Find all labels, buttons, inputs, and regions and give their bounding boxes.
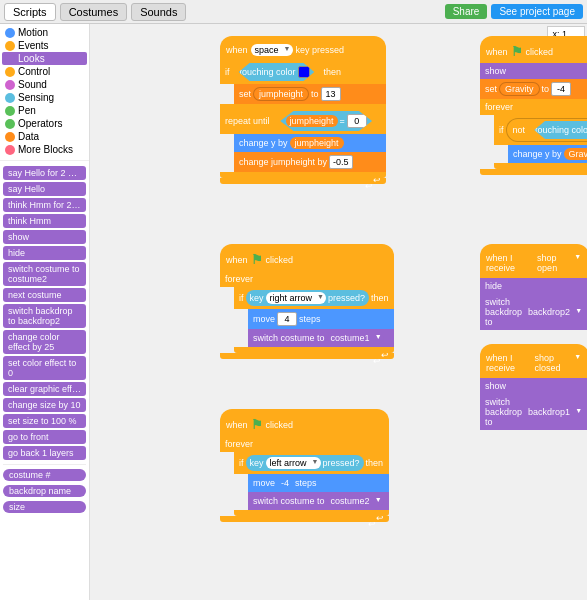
forever-arrow-3: ↩ (373, 356, 381, 366)
switch-cos-label-3: switch costume to (253, 333, 325, 343)
key-space-dropdown[interactable]: space (251, 44, 293, 56)
hide-block[interactable]: hide (480, 278, 587, 294)
cat-data[interactable]: Data (2, 130, 87, 143)
switch-backdrop1-block[interactable]: switch backdrop to backdrop1 (480, 394, 587, 430)
block-costume-num[interactable]: costume # (3, 469, 86, 481)
cat-control[interactable]: Control (2, 65, 87, 78)
if-not-touching-block[interactable]: if not touching color then (494, 115, 587, 145)
cat-looks[interactable]: Looks (2, 52, 87, 65)
block-list: say Hello for 2 secs say Hello think Hmm… (0, 163, 89, 518)
jumpheight-value[interactable]: 13 (321, 87, 341, 101)
category-section: Motion Events Looks Control Sound Sensin… (0, 24, 89, 158)
if-block-touching[interactable]: if touching color then (220, 60, 386, 84)
key-pressed-block-6[interactable]: key left arrow pressed? (246, 455, 364, 471)
if-right-arrow-block[interactable]: if key right arrow pressed? then (234, 287, 394, 309)
costume2-dropdown[interactable]: costume2 (327, 495, 384, 507)
show-block[interactable]: show (480, 63, 587, 79)
move-4-block[interactable]: move 4 steps (248, 309, 394, 329)
cat-events[interactable]: Events (2, 39, 87, 52)
block-set-size[interactable]: set size to 100 % (3, 414, 86, 428)
shop-open-dropdown[interactable]: shop open (533, 252, 583, 274)
zero-value[interactable]: 0 (347, 114, 367, 128)
block-change-size[interactable]: change size by 10 (3, 398, 86, 412)
receive-hat-open[interactable]: when I receive shop open (480, 244, 587, 278)
block-say-secs[interactable]: say Hello for 2 secs (3, 166, 86, 180)
cat-more-blocks[interactable]: More Blocks (2, 143, 87, 156)
change-y-block[interactable]: change y by jumpheight (234, 134, 386, 152)
block-clear-effects[interactable]: clear graphic effects (3, 382, 86, 396)
if-label-2: if (499, 125, 504, 135)
cat-sound[interactable]: Sound (2, 78, 87, 91)
forever-footer-3: ↩ (220, 353, 394, 359)
change-jumpheight-block[interactable]: change jumpheight by -0.5 (234, 152, 386, 172)
shop-closed-dropdown[interactable]: shop closed (531, 352, 583, 374)
block-show[interactable]: show (3, 230, 86, 244)
cat-pen[interactable]: Pen (2, 104, 87, 117)
cat-sensing[interactable]: Sensing (2, 91, 87, 104)
block-go-front[interactable]: go to front (3, 430, 86, 444)
receive-hat-closed[interactable]: when I receive shop closed (480, 344, 587, 378)
block-switch-costume[interactable]: switch costume to costume2 (3, 262, 86, 286)
block-go-back[interactable]: go back 1 layers (3, 446, 86, 460)
change-y-gravity-block[interactable]: change y by Gravity (508, 145, 587, 163)
when-label: when (226, 45, 248, 55)
forever-block-2[interactable]: forever (480, 99, 587, 115)
forever-block-3[interactable]: forever (220, 271, 394, 287)
key-right-dropdown[interactable]: right arrow (266, 292, 327, 304)
switch-costume2-block[interactable]: switch costume to costume2 (248, 492, 389, 510)
touching-color-block[interactable]: touching color (232, 63, 322, 81)
touching-color-2[interactable]: touching color (527, 121, 587, 139)
set-gravity-block[interactable]: set Gravity to -4 (480, 79, 587, 99)
see-project-button[interactable]: See project page (491, 4, 583, 19)
costume1-dropdown[interactable]: costume1 (327, 332, 384, 344)
move-neg4-value[interactable]: -4 (277, 477, 293, 489)
show-block-2[interactable]: show (480, 378, 587, 394)
backdrop1-dropdown[interactable]: backdrop1 (524, 406, 584, 418)
tab-sounds[interactable]: Sounds (131, 3, 186, 21)
event-hat-clicked-2[interactable]: when ⚑ clicked (480, 36, 587, 63)
block-say[interactable]: say Hello (3, 182, 86, 196)
cat-operators[interactable]: Operators (2, 117, 87, 130)
when-label-3: when (226, 255, 248, 265)
backdrop2-dropdown[interactable]: backdrop2 (524, 306, 584, 318)
color-swatch-1[interactable] (298, 66, 310, 78)
block-think[interactable]: think Hmm (3, 214, 86, 228)
then-label-3: then (371, 293, 389, 303)
clicked-label-2: clicked (526, 47, 554, 57)
tab-costumes[interactable]: Costumes (60, 3, 128, 21)
block-size[interactable]: size (3, 501, 86, 513)
switch-backdrop2-block[interactable]: switch backdrop to backdrop2 (480, 294, 587, 330)
event-hat-clicked-3[interactable]: when ⚑ clicked (220, 244, 394, 271)
share-button[interactable]: Share (445, 4, 488, 19)
move-neg4-block[interactable]: move -4 steps (248, 474, 389, 492)
jumpheight-equals-block[interactable]: jumpheight = 0 (272, 111, 381, 131)
cat-motion[interactable]: Motion (2, 26, 87, 39)
switch-costume1-block[interactable]: switch costume to costume1 (248, 329, 394, 347)
block-backdrop-name[interactable]: backdrop name (3, 485, 86, 497)
move-4-value[interactable]: 4 (277, 312, 297, 326)
block-switch-backdrop[interactable]: switch backdrop to backdrop2 (3, 304, 86, 328)
sidebar-divider (0, 160, 89, 161)
block-divider (3, 464, 86, 465)
set-jumpheight-block[interactable]: set jumpheight to 13 (234, 84, 386, 104)
block-think-secs[interactable]: think Hmm for 2 secs (3, 198, 86, 212)
not-block[interactable]: not touching color (506, 118, 588, 142)
repeat-until-block[interactable]: repeat until jumpheight = 0 (220, 108, 386, 134)
block-hide[interactable]: hide (3, 246, 86, 260)
change-y-grav-label: change y by (513, 149, 562, 159)
repeat-arrow: ↩ (373, 175, 381, 185)
tab-scripts[interactable]: Scripts (4, 3, 56, 21)
forever-block-6[interactable]: forever (220, 436, 389, 452)
key-left-dropdown[interactable]: left arrow (266, 457, 321, 469)
neg-half-value[interactable]: -0.5 (329, 155, 353, 169)
block-next-costume[interactable]: next costume (3, 288, 86, 302)
event-hat-space[interactable]: when space key pressed (220, 36, 386, 60)
event-hat-clicked-6[interactable]: when ⚑ clicked (220, 409, 389, 436)
switch-backdrop-label-2: switch backdrop to (485, 397, 522, 427)
key-pressed-block-3[interactable]: key right arrow pressed? (246, 290, 370, 306)
if-left-arrow-block[interactable]: if key left arrow pressed? then (234, 452, 389, 474)
block-change-color[interactable]: change color effect by 25 (3, 330, 86, 354)
block-set-color[interactable]: set color effect to 0 (3, 356, 86, 380)
cat-control-label: Control (18, 66, 50, 77)
gravity-value[interactable]: -4 (551, 82, 571, 96)
